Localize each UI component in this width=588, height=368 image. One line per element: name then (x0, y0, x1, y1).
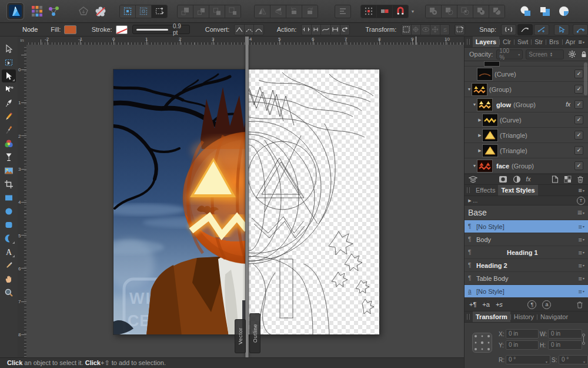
reverse-curve-icon[interactable] (340, 25, 349, 35)
text-style-type-icon[interactable]: T (577, 197, 585, 205)
rotation-combo[interactable]: 0 °▾ (506, 355, 550, 364)
tab-colour[interactable]: Clr (500, 37, 514, 47)
boolean-divide-icon[interactable] (489, 5, 505, 18)
expand-arrow-icon[interactable]: ▶ (467, 198, 473, 203)
mask-layer-icon[interactable] (499, 175, 507, 183)
new-layer-icon[interactable] (552, 175, 559, 183)
snap-cursor-icon[interactable] (554, 24, 569, 35)
app-logo[interactable] (7, 3, 24, 19)
style-menu-icon[interactable]: ≡▾ (577, 208, 584, 217)
delete-layer-trash-icon[interactable] (577, 175, 584, 183)
convert-sharp-icon[interactable] (235, 25, 244, 35)
layer-thumbnail[interactable] (477, 160, 492, 172)
artboard-vector-view[interactable]: WILL CEAU (113, 69, 247, 334)
split-label-outline[interactable]: Outline (249, 313, 260, 353)
insert-inside-icon[interactable] (519, 5, 532, 17)
convert-smooth-icon[interactable] (245, 25, 254, 35)
style-menu-icon[interactable]: ≡▾ (579, 236, 584, 243)
shape-pentagon-icon[interactable] (78, 6, 89, 16)
layer-row[interactable]: ▶ (Curve) ✓ (465, 112, 588, 128)
hide-selection-icon[interactable] (421, 25, 430, 35)
rotate-object-icon[interactable] (455, 24, 465, 35)
y-input[interactable]: 0 in (506, 340, 539, 350)
stroke-width-track[interactable] (136, 29, 168, 31)
convert-smart-icon[interactable] (254, 25, 263, 35)
layer-thumbnail[interactable] (485, 62, 499, 66)
snapping-magnet-icon[interactable] (393, 5, 408, 18)
close-curve-icon[interactable] (312, 25, 321, 35)
move-tool[interactable] (2, 69, 16, 82)
tab-transform[interactable]: Transform (473, 311, 510, 322)
layer-settings-gear-icon[interactable] (568, 50, 576, 58)
layer-visibility-checkbox[interactable]: ✓ (574, 146, 583, 155)
export-persona-icon[interactable] (48, 6, 59, 16)
pen-tool[interactable] (2, 97, 16, 110)
crescent-shape-tool[interactable] (2, 232, 16, 245)
opacity-combo[interactable]: 100 %▾ (496, 49, 523, 59)
artboard-tool[interactable] (2, 56, 16, 69)
new-style-group-icon[interactable]: +s (496, 301, 503, 308)
move-backward-icon[interactable] (209, 5, 225, 18)
tab-brushes[interactable]: Brs (546, 37, 562, 47)
style-menu-icon[interactable]: ≡▾ (579, 275, 584, 282)
tab-layers[interactable]: Layers (473, 37, 499, 47)
construct-snap-icon[interactable] (534, 24, 549, 35)
layer-row[interactable]: ▶ (Triangle) ✓ (465, 143, 588, 158)
layer-lock-icon[interactable] (580, 50, 588, 58)
stroke-swatch[interactable] (116, 25, 128, 34)
stroke-width-slider[interactable]: 0.9 pt (132, 25, 190, 34)
expand-arrow-icon[interactable]: ▶ (477, 148, 483, 153)
h-input[interactable]: 0 in (548, 340, 582, 350)
tab-effects[interactable]: Effects (473, 185, 498, 195)
fill-colour-tool[interactable] (2, 137, 16, 150)
text-style-row[interactable]: ¶ [No Style] ≡▾ (465, 220, 588, 233)
bounding-box-icon[interactable] (402, 25, 411, 35)
transform-objects-icon[interactable] (430, 25, 440, 35)
snap-node-icon[interactable] (573, 24, 588, 35)
move-forward-icon[interactable] (193, 5, 209, 18)
layer-row[interactable]: ▼ glow (Group) fx ✓ (465, 97, 588, 112)
marquee-select-icon[interactable] (120, 5, 136, 18)
boolean-subtract-icon[interactable] (442, 5, 457, 18)
boolean-xor-icon[interactable] (473, 5, 489, 18)
blend-mode-combo[interactable]: Screen▲▼ (526, 49, 564, 59)
vertical-ruler[interactable]: 0 1 2 3 4 5 6 7 8 (18, 45, 27, 357)
layer-visibility-checkbox[interactable]: ✓ (574, 131, 583, 140)
delete-style-trash-icon[interactable] (576, 301, 583, 309)
layer-visibility-checkbox[interactable]: ✓ (574, 115, 583, 124)
new-character-style-icon[interactable]: +a (482, 301, 490, 308)
disable-styles-flower-icon[interactable] (95, 6, 106, 17)
shear-combo[interactable]: 0 °▾ (559, 355, 588, 364)
force-pixel-alignment-icon[interactable] (377, 5, 393, 18)
flip-horizontal-icon[interactable] (255, 5, 270, 18)
node-tool[interactable] (2, 83, 16, 96)
expand-arrow-icon[interactable]: ▶ (477, 118, 483, 122)
pointer-tool[interactable] (2, 42, 16, 55)
text-style-row[interactable]: a [No Style] ≡▾ (465, 285, 588, 298)
boolean-add-icon[interactable] (426, 5, 442, 18)
fill-swatch[interactable] (64, 25, 76, 34)
rounded-rectangle-tool[interactable] (2, 218, 16, 231)
layer-visibility-checkbox[interactable]: ✓ (574, 100, 583, 109)
horizontal-ruler[interactable]: -2 -1 0 1 2 3 4 5 6 7 8 9 10 (26, 37, 465, 45)
move-to-back-icon[interactable] (225, 5, 240, 18)
flip-vertical-icon[interactable] (270, 5, 286, 18)
rotate-cw-icon[interactable] (302, 5, 318, 18)
ellipse-tool[interactable] (2, 205, 16, 218)
reset-character-style-icon[interactable]: a (542, 300, 551, 309)
x-input[interactable]: 0 in (506, 329, 539, 339)
new-pattern-layer-icon[interactable] (564, 175, 572, 183)
insert-behind-icon[interactable] (539, 5, 551, 17)
join-curves-icon[interactable] (331, 25, 340, 35)
artboard-outline-view[interactable] (247, 69, 379, 334)
artistic-text-tool[interactable]: A (2, 246, 16, 258)
expand-arrow-icon[interactable]: ▼ (472, 164, 477, 168)
expand-arrow-icon[interactable]: ▼ (472, 102, 477, 107)
alignment-icon[interactable] (335, 5, 351, 18)
canvas-viewport[interactable]: WILL CEAU (26, 45, 465, 357)
style-menu-icon[interactable]: ≡▾ (579, 288, 584, 295)
boolean-intersect-icon[interactable] (457, 5, 473, 18)
panel-drag-handle[interactable] (467, 39, 470, 45)
layer-fx-icon[interactable]: fx (566, 101, 570, 108)
view-hand-tool[interactable] (2, 273, 16, 286)
